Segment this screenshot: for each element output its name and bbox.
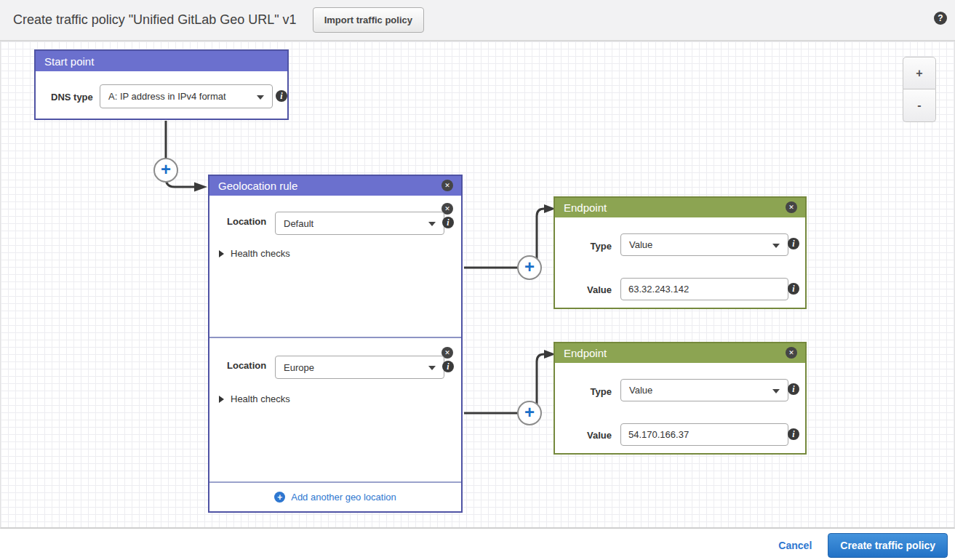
location-dropdown[interactable]: Europe (275, 356, 444, 379)
location-label: Location (227, 360, 266, 371)
health-checks-toggle[interactable]: Health checks (219, 393, 290, 404)
endpoint-type-dropdown[interactable]: Value (620, 233, 788, 256)
plus-icon: + (274, 492, 285, 503)
chevron-down-icon (428, 222, 436, 226)
endpoint-type-dropdown[interactable]: Value (620, 379, 788, 401)
expand-arrow-icon (219, 396, 224, 403)
chevron-down-icon (772, 389, 780, 393)
value-info-icon[interactable]: i (788, 283, 799, 295)
type-label: Type (570, 241, 612, 252)
geo-rule-footer: + Add another geo location (209, 481, 461, 511)
zoom-out-button[interactable]: - (903, 89, 936, 122)
location-info-icon[interactable]: i (442, 217, 454, 228)
type-info-icon[interactable]: i (788, 238, 799, 249)
close-icon[interactable]: ✕ (441, 180, 453, 191)
geo-location-section-default: ✕ Location Default i Health checks (209, 196, 461, 338)
endpoint-value-input[interactable] (620, 423, 788, 446)
value-label: Value (570, 284, 612, 295)
location-label: Location (227, 216, 266, 227)
close-icon[interactable]: ✕ (786, 201, 797, 213)
start-point-header: Start point (36, 51, 287, 71)
endpoint-title: Endpoint (564, 347, 607, 359)
start-point-title: Start point (44, 55, 94, 68)
zoom-in-button[interactable]: + (903, 57, 936, 89)
geolocation-rule-header: Geolocation rule ✕ (209, 176, 461, 196)
page-title: Create traffic policy "Unified GitLab Ge… (13, 12, 297, 28)
top-bar: Create traffic policy "Unified GitLab Ge… (0, 0, 955, 41)
value-label: Value (570, 430, 612, 441)
endpoint-node-2: Endpoint ✕ Type Value i Value i (554, 342, 807, 455)
connection-plus-button[interactable]: + (517, 401, 542, 425)
location-dropdown[interactable]: Default (275, 212, 444, 235)
create-traffic-policy-button[interactable]: Create traffic policy (828, 533, 948, 558)
geolocation-rule-title: Geolocation rule (218, 180, 297, 192)
dns-type-label: DNS type (51, 92, 93, 103)
geo-location-section-europe: ✕ Location Europe i Health checks (209, 338, 461, 482)
endpoint-header: Endpoint ✕ (555, 198, 805, 217)
start-point-node: Start point DNS type A: IP address in IP… (34, 49, 289, 120)
location-info-icon[interactable]: i (442, 361, 454, 372)
policy-canvas: + + + + - Start point DNS type A: IP add… (0, 41, 955, 529)
type-info-icon[interactable]: i (788, 383, 799, 395)
add-geo-location-link[interactable]: + Add another geo location (274, 492, 396, 503)
health-checks-toggle[interactable]: Health checks (219, 248, 290, 259)
endpoint-value-input[interactable] (620, 278, 788, 300)
import-traffic-policy-button[interactable]: Import traffic policy (313, 7, 424, 33)
chevron-down-icon (428, 366, 436, 370)
type-label: Type (570, 386, 612, 397)
connection-plus-button[interactable]: + (517, 255, 542, 280)
expand-arrow-icon (219, 250, 224, 257)
endpoint-title: Endpoint (564, 201, 607, 214)
endpoint-header: Endpoint ✕ (555, 343, 805, 363)
geolocation-rule-node: Geolocation rule ✕ ✕ Location Default i … (208, 175, 463, 513)
chevron-down-icon (257, 95, 264, 100)
dns-type-dropdown[interactable]: A: IP address in IPv4 format (100, 84, 273, 108)
chevron-down-icon (772, 244, 780, 248)
cancel-button[interactable]: Cancel (778, 540, 812, 551)
value-info-icon[interactable]: i (788, 428, 799, 440)
footer-action-bar: Cancel Create traffic policy (0, 530, 955, 560)
zoom-controls: + - (903, 57, 936, 122)
help-icon[interactable]: ? (934, 12, 947, 25)
dns-type-info-icon[interactable]: i (276, 90, 287, 102)
close-icon[interactable]: ✕ (786, 347, 797, 359)
connection-plus-button[interactable]: + (153, 158, 178, 183)
endpoint-node-1: Endpoint ✕ Type Value i Value i (554, 196, 807, 309)
